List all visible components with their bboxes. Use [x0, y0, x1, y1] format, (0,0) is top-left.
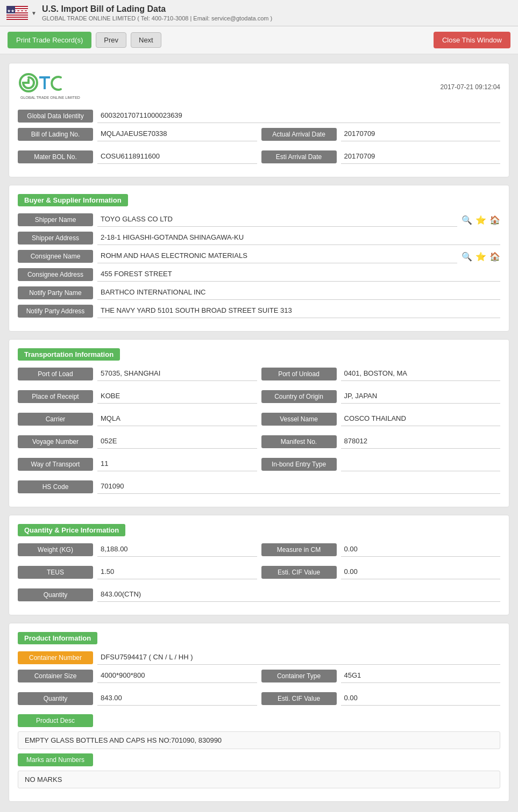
carrier-row: Carrier MQLA — [18, 412, 257, 426]
consignee-address-label: Consignee Address — [18, 268, 93, 281]
carrier-vessel-row: Carrier MQLA Vessel Name COSCO THAILAND — [18, 412, 500, 430]
marks-and-numbers-value: NO MARKS — [18, 771, 500, 788]
in-bond-entry-value — [341, 457, 501, 471]
master-bol-field-row: Mater BOL No. COSU6118911600 — [18, 150, 257, 164]
product-qty-cif-row: Quantity 843.00 Esti. CIF Value 0.00 — [18, 692, 500, 710]
esti-arrival-date-value: 20170709 — [341, 150, 501, 164]
consignee-home-icon[interactable]: 🏠 — [489, 251, 500, 262]
svg-text:GLOBAL TRADE ONLINE LIMITED: GLOBAL TRADE ONLINE LIMITED — [20, 96, 80, 99]
svg-rect-5 — [6, 16, 28, 17]
measure-in-cm-label: Measure in CM — [261, 543, 337, 556]
toolbar: Print Trade Record(s) Prev Next Close Th… — [0, 26, 518, 54]
voyage-manifest-row: Voyage Number 052E Manifest No. 878012 — [18, 435, 500, 453]
hs-code-row: HS Code 701090 — [18, 480, 500, 494]
notify-party-address-row: Notify Party Address THE NAVY YARD 5101 … — [18, 304, 500, 318]
dropdown-arrow-icon[interactable]: ▼ — [31, 10, 37, 16]
voyage-number-label: Voyage Number — [18, 435, 93, 448]
print-button[interactable]: Print Trade Record(s) — [8, 32, 91, 48]
shipper-address-value: 2-18-1 HIGASHI-GOTANDA SHINAGAWA-KU — [97, 231, 500, 245]
esti-cif-row: Esti. CIF Value 0.00 — [261, 565, 501, 579]
weight-measure-row: Weight (KG) 8,188.00 Measure in CM 0.00 — [18, 543, 500, 561]
page-subtitle: GLOBAL TRADE ONLINE LIMITED ( Tel: 400-7… — [42, 15, 272, 21]
master-bol-value: COSU6118911600 — [97, 150, 257, 164]
consignee-star-icon[interactable]: ⭐ — [476, 251, 486, 262]
quantity-price-section: Quantity & Price Information Weight (KG)… — [9, 515, 509, 615]
country-of-origin-label: Country of Origin — [261, 390, 337, 403]
close-window-button[interactable]: Close This Window — [434, 32, 510, 48]
consignee-icon-group: 🔍 ⭐ 🏠 — [462, 251, 500, 262]
manifest-no-row: Manifest No. 878012 — [261, 435, 501, 449]
global-data-identity-value: 600320170711000023639 — [97, 109, 500, 123]
notify-party-address-label: Notify Party Address — [18, 305, 93, 318]
product-quantity-label: Quantity — [18, 692, 93, 705]
vessel-name-row: Vessel Name COSCO THAILAND — [261, 412, 501, 426]
weight-row: Weight (KG) 8,188.00 — [18, 543, 257, 557]
svg-text:★★★★★★: ★★★★★★ — [7, 9, 28, 13]
vessel-name-value: COSCO THAILAND — [341, 412, 501, 426]
port-of-load-label: Port of Load — [18, 368, 93, 380]
weight-label: Weight (KG) — [18, 543, 93, 556]
top-bar: ★★★★★★ ▼ U.S. Import Bill of Lading Data… — [0, 0, 518, 26]
country-of-origin-value: JP, JAPAN — [341, 390, 501, 404]
esti-arrival-date-row: Esti Arrival Date 20170709 — [261, 150, 501, 164]
prev-button[interactable]: Prev — [96, 32, 126, 48]
next-button[interactable]: Next — [131, 32, 161, 48]
shipper-star-icon[interactable]: ⭐ — [476, 215, 486, 225]
shipper-home-icon[interactable]: 🏠 — [489, 215, 500, 225]
us-flag-icon: ★★★★★★ — [6, 6, 28, 20]
product-information-section: Product Information Container Number DFS… — [9, 623, 509, 802]
port-of-load-row: Port of Load 57035, SHANGHAI — [18, 367, 257, 381]
container-size-type-row: Container Size 4000*900*800 Container Ty… — [18, 669, 500, 687]
consignee-address-row: Consignee Address 455 FOREST STREET — [18, 268, 500, 282]
in-bond-entry-row: In-bond Entry Type — [261, 457, 501, 471]
place-country-row: Place of Receipt KOBE Country of Origin … — [18, 390, 500, 408]
port-of-unload-row: Port of Unload 0401, BOSTON, MA — [261, 367, 501, 381]
port-of-unload-label: Port of Unload — [261, 368, 337, 380]
product-esti-cif-label: Esti. CIF Value — [261, 692, 337, 705]
container-type-row: Container Type 45G1 — [261, 669, 501, 683]
container-number-label: Container Number — [18, 651, 93, 664]
master-bol-label: Mater BOL No. — [18, 150, 93, 163]
place-of-receipt-label: Place of Receipt — [18, 390, 93, 403]
card-header: GLOBAL TRADE ONLINE LIMITED 2017-07-21 0… — [18, 72, 500, 102]
esti-arrival-date-label: Esti Arrival Date — [261, 150, 337, 163]
product-esti-cif-value: 0.00 — [341, 692, 501, 706]
gto-logo: GLOBAL TRADE ONLINE LIMITED — [18, 72, 88, 102]
consignee-name-row: Consignee Name ROHM AND HAAS ELECTRONIC … — [18, 249, 500, 263]
buyer-supplier-section: Buyer & Supplier Information Shipper Nam… — [9, 185, 509, 332]
place-of-receipt-value: KOBE — [97, 390, 257, 404]
way-of-transport-label: Way of Transport — [18, 458, 93, 471]
in-bond-entry-label: In-bond Entry Type — [261, 458, 337, 471]
notify-party-address-value: THE NAVY YARD 5101 SOUTH BROAD STREET SU… — [97, 304, 500, 318]
vessel-name-label: Vessel Name — [261, 413, 337, 426]
hs-code-value: 701090 — [97, 480, 500, 494]
shipper-name-label: Shipper Name — [18, 213, 93, 226]
notify-party-name-label: Notify Party Name — [18, 286, 93, 299]
actual-arrival-date-row: Actual Arrival Date 20170709 — [261, 127, 501, 141]
bill-of-lading-label: Bill of Lading No. — [18, 128, 93, 141]
container-number-value: DFSU7594417 ( CN / L / HH ) — [97, 651, 500, 665]
carrier-label: Carrier — [18, 413, 93, 426]
product-quantity-row: Quantity 843.00 — [18, 692, 257, 706]
shipper-search-icon[interactable]: 🔍 — [462, 215, 472, 225]
product-quantity-value: 843.00 — [97, 692, 257, 706]
container-number-row: Container Number DFSU7594417 ( CN / L / … — [18, 651, 500, 665]
hs-code-label: HS Code — [18, 480, 93, 493]
product-desc-value: EMPTY GLASS BOTTLES AND CAPS HS NO:70109… — [18, 731, 500, 749]
bill-of-lading-value: MQLAJAEUSE70338 — [97, 127, 257, 141]
port-row: Port of Load 57035, SHANGHAI Port of Unl… — [18, 367, 500, 385]
notify-party-name-row: Notify Party Name BARTHCO INTERNATIONAL … — [18, 286, 500, 300]
quantity-row: Quantity 843.00(CTN) — [18, 588, 500, 602]
consignee-search-icon[interactable]: 🔍 — [462, 251, 472, 262]
container-type-label: Container Type — [261, 670, 337, 682]
buyer-supplier-title: Buyer & Supplier Information — [18, 194, 128, 206]
way-inbond-row: Way of Transport 11 In-bond Entry Type — [18, 457, 500, 476]
marks-and-numbers-label: Marks and Numbers — [18, 753, 93, 766]
product-desc-label: Product Desc — [18, 714, 93, 727]
teus-cif-row: TEUS 1.50 Esti. CIF Value 0.00 — [18, 565, 500, 584]
logo-area: GLOBAL TRADE ONLINE LIMITED — [18, 72, 88, 102]
voyage-number-value: 052E — [97, 435, 257, 449]
shipper-icon-group: 🔍 ⭐ 🏠 — [462, 215, 500, 225]
product-desc-label-row: Product Desc — [18, 714, 500, 727]
quantity-label: Quantity — [18, 588, 93, 601]
